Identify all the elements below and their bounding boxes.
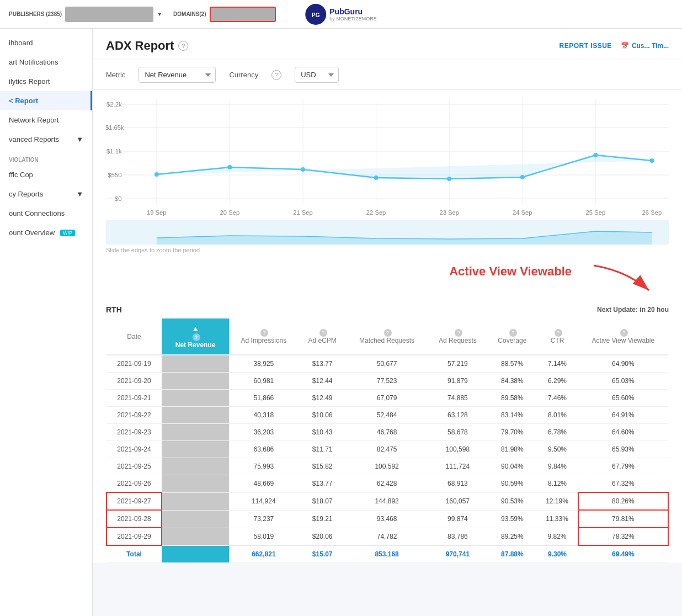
- report-issue-button[interactable]: REPORT ISSUE: [560, 42, 612, 50]
- cell-ctr: 11.33%: [536, 510, 578, 528]
- cell-ctr: 9.82%: [536, 528, 578, 545]
- cell-coverage: 81.98%: [488, 441, 536, 458]
- custom-time-button[interactable]: 📅 Cus... Tim...: [621, 42, 669, 50]
- help-icon-ad-impressions[interactable]: ?: [260, 329, 268, 337]
- table-wrapper: Date ▲ ? Net Revenue ? Ad Impressions: [106, 318, 669, 563]
- zoom-label: Slide the edges to zoom the period: [106, 245, 669, 256]
- sidebar-item-advanced-reports[interactable]: vanced Reports ▼: [0, 130, 92, 149]
- net-revenue-label: Net Revenue: [175, 341, 216, 349]
- publisher-dropdown-arrow[interactable]: ▼: [157, 11, 162, 17]
- sidebar-section-violation: VIOLATION: [0, 149, 92, 165]
- total-ad-ecpm: $15.07: [299, 545, 347, 563]
- cell-ad-impressions: 40,318: [229, 407, 298, 424]
- cell-ad-impressions: 73,237: [229, 510, 298, 528]
- help-icon-ad-requests[interactable]: ?: [455, 329, 462, 337]
- cell-ad-ecpm: $19.21: [299, 510, 347, 528]
- calendar-icon: 📅: [621, 42, 629, 50]
- sidebar-item-adx-report[interactable]: < Report: [0, 91, 92, 110]
- line-chart-svg: $2.2k $1.65k $1.1k $550 $0 19 Sep 20 Sep…: [106, 99, 669, 220]
- cell-ad-impressions: 75,993: [229, 458, 298, 475]
- help-icon-active-view[interactable]: ?: [620, 329, 628, 337]
- table-row: 2021-09-2240,318$10.0652,48463,12883.14%…: [106, 407, 668, 424]
- cell-ctr: 6.78%: [536, 424, 578, 441]
- metric-label: Metric: [106, 71, 125, 79]
- svg-point-33: [520, 175, 525, 179]
- table-body: 2021-09-1938,925$13.7750,67757,21988.57%…: [106, 355, 668, 545]
- cell-ad-requests: 68,913: [427, 475, 488, 493]
- sidebar-item-network-report[interactable]: Network Report: [0, 110, 92, 130]
- cell-ad-impressions: 60,981: [229, 373, 298, 390]
- col-header-active-view: ? Active View Viewable: [578, 318, 668, 355]
- cell-net-revenue: [162, 492, 229, 510]
- data-table: Date ▲ ? Net Revenue ? Ad Impressions: [106, 318, 669, 563]
- cell-ad-impressions: 58,019: [229, 528, 298, 545]
- cell-coverage: 93.59%: [488, 510, 536, 528]
- cell-active-view: 79.81%: [578, 510, 668, 528]
- logo-icon: PG: [305, 4, 326, 25]
- cell-net-revenue: [162, 407, 229, 424]
- publisher-select[interactable]: [65, 7, 153, 22]
- cell-coverage: 89.25%: [488, 528, 536, 545]
- rth-title: RTH: [106, 305, 122, 314]
- svg-text:19 Sep: 19 Sep: [147, 209, 167, 216]
- help-icon-coverage[interactable]: ?: [509, 329, 517, 337]
- cell-date: 2021-09-23: [106, 424, 162, 441]
- logo-section: PG PubGuru by MONETIZEMORE: [305, 4, 377, 25]
- col-header-ad-requests: ? Ad Requests: [427, 318, 488, 355]
- currency-label: Currency: [229, 71, 258, 79]
- cell-ctr: 7.14%: [536, 355, 578, 373]
- cell-date: 2021-09-26: [106, 475, 162, 493]
- cell-net-revenue: [162, 373, 229, 390]
- cell-active-view: 80.26%: [578, 492, 668, 510]
- domains-label: DOMAINS(2): [173, 11, 206, 17]
- help-icon-ad-ecpm[interactable]: ?: [319, 329, 327, 337]
- sidebar-item-account-overview[interactable]: ount Overview WIP: [0, 223, 92, 242]
- table-row: 2021-09-2873,237$19.2193,46899,87493.59%…: [106, 510, 668, 528]
- cell-active-view: 67.79%: [578, 458, 668, 475]
- cell-active-view: 78.32%: [578, 528, 668, 545]
- cell-date: 2021-09-21: [106, 390, 162, 407]
- help-icon-matched-requests[interactable]: ?: [384, 329, 392, 337]
- cell-ad-requests: 74,885: [427, 390, 488, 407]
- sidebar-item-traffic-cop[interactable]: ffic Cop: [0, 165, 92, 184]
- col-header-matched-requests: ? Matched Requests: [347, 318, 428, 355]
- svg-text:$0: $0: [115, 195, 121, 202]
- table-header-row: Date ▲ ? Net Revenue ? Ad Impressions: [106, 318, 668, 355]
- cell-matched-requests: 93,468: [347, 510, 428, 528]
- currency-help-icon[interactable]: ?: [271, 70, 281, 80]
- help-icon-net-revenue[interactable]: ?: [193, 333, 200, 341]
- cell-ad-requests: 91,879: [427, 373, 488, 390]
- table-row: 2021-09-2336,203$10.4346,76858,67879.70%…: [106, 424, 668, 441]
- cell-net-revenue: [162, 424, 229, 441]
- sidebar-item-smart-notifications[interactable]: art Notifications: [0, 52, 92, 72]
- sidebar-item-account-connections[interactable]: ount Connections: [0, 204, 92, 223]
- cell-ctr: 6.29%: [536, 373, 578, 390]
- annotation-arrow-icon: [583, 260, 660, 296]
- main-layout: ihboard art Notifications ilytics Report…: [0, 29, 682, 616]
- cell-date: 2021-09-28: [106, 510, 162, 528]
- mini-chart-svg: [106, 220, 669, 245]
- sidebar-item-dashboard[interactable]: ihboard: [0, 33, 92, 52]
- sidebar-item-agency-reports[interactable]: cy Reports ▼: [0, 184, 92, 204]
- cell-active-view: 65.60%: [578, 390, 668, 407]
- sidebar-item-analytics-report[interactable]: ilytics Report: [0, 72, 92, 91]
- help-icon-ctr[interactable]: ?: [555, 329, 562, 337]
- domain-select[interactable]: [210, 7, 276, 22]
- cell-date: 2021-09-29: [106, 528, 162, 545]
- total-ad-requests: 970,741: [427, 545, 488, 563]
- publishers-section: PUBLISHERS (2385) ▼: [9, 7, 162, 22]
- cell-ad-ecpm: $11.71: [299, 441, 347, 458]
- cell-net-revenue: [162, 510, 229, 528]
- currency-select[interactable]: USD EUR GBP: [295, 67, 339, 83]
- report-title-help-icon[interactable]: ?: [178, 41, 188, 51]
- chart-container: $2.2k $1.65k $1.1k $550 $0 19 Sep 20 Sep…: [93, 90, 682, 220]
- col-header-ctr: ? CTR: [536, 318, 578, 355]
- total-ad-impressions: 662,821: [229, 545, 298, 563]
- agency-reports-arrow-icon: ▼: [76, 190, 83, 198]
- zoom-bar[interactable]: [106, 220, 669, 245]
- cell-ad-impressions: 114,924: [229, 492, 298, 510]
- cell-net-revenue: [162, 355, 229, 373]
- metric-select[interactable]: Net Revenue Ad Impressions Ad eCPM: [138, 67, 216, 83]
- cell-ad-impressions: 36,203: [229, 424, 298, 441]
- col-header-net-revenue[interactable]: ▲ ? Net Revenue: [162, 318, 229, 355]
